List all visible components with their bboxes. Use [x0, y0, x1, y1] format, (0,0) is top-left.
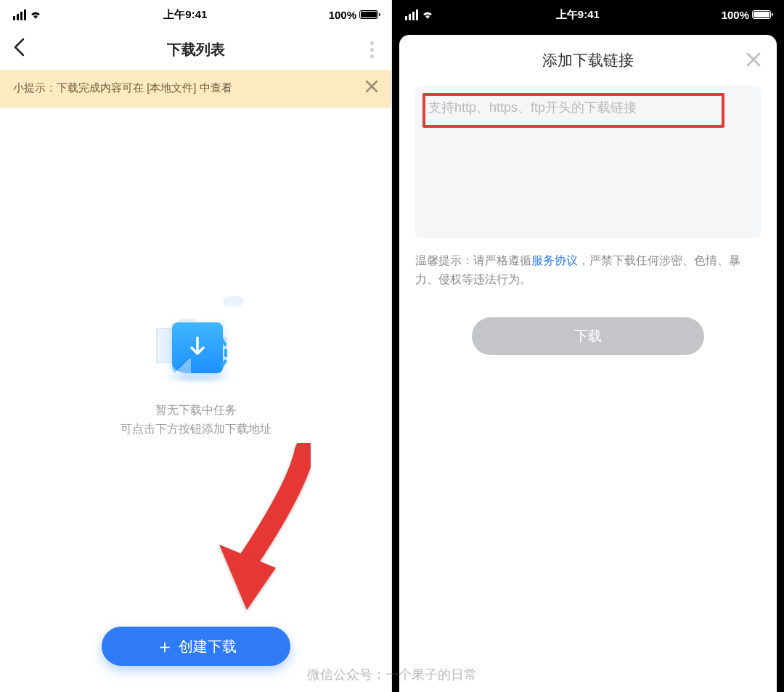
- tip-text: 小提示：下载完成内容可在 [本地文件] 中查看: [13, 81, 232, 95]
- battery-percent: 100%: [722, 9, 749, 21]
- create-download-label: 创建下载: [179, 637, 237, 656]
- empty-state: 暂无下载中任务 可点击下方按钮添加下载地址: [0, 296, 391, 438]
- sheet-header: 添加下载链接: [415, 35, 761, 86]
- battery-icon: 100%: [329, 9, 378, 21]
- status-bar: 上午9:41 100%: [0, 0, 391, 29]
- create-download-button[interactable]: ＋ 创建下载: [102, 627, 290, 666]
- page-title: 下载列表: [42, 40, 349, 60]
- chevron-left-icon: [13, 38, 25, 57]
- battery-percent: 100%: [329, 9, 356, 21]
- status-time: 上午9:41: [556, 8, 600, 22]
- tip-banner: 小提示：下载完成内容可在 [本地文件] 中查看: [0, 70, 391, 107]
- empty-line1: 暂无下载中任务: [155, 404, 237, 416]
- wifi-icon: [421, 9, 434, 20]
- arrow-down-icon: [187, 336, 208, 359]
- back-button[interactable]: [13, 38, 42, 62]
- close-icon: [365, 80, 378, 93]
- download-doc-icon: [172, 322, 223, 373]
- download-button[interactable]: 下载: [472, 317, 704, 355]
- more-button[interactable]: [349, 41, 378, 58]
- sheet-close-button[interactable]: [746, 51, 761, 71]
- tos-link[interactable]: 服务协议: [531, 254, 578, 266]
- disclaimer-text: 温馨提示：请严格遵循服务协议，严禁下载任何涉密、色情、暴力、侵权等违法行为。: [415, 251, 761, 288]
- nav-bar: 下载列表: [0, 29, 391, 70]
- battery-icon: 100%: [722, 9, 771, 21]
- url-placeholder: 支持http、https、ftp开头的下载链接: [428, 100, 637, 115]
- phone-left: 上午9:41 100% 下载列表 小提示：下载完成内容可在 [本地文件] 中查看: [0, 0, 392, 692]
- url-input[interactable]: 支持http、https、ftp开头的下载链接: [415, 86, 761, 238]
- add-link-sheet: 添加下载链接 支持http、https、ftp开头的下载链接 温馨提示：请严格遵…: [399, 35, 777, 692]
- status-bar: 上午9:41 100%: [392, 0, 784, 29]
- empty-line2: 可点击下方按钮添加下载地址: [121, 423, 271, 435]
- plus-icon: ＋: [155, 634, 174, 659]
- empty-illustration: [149, 296, 243, 383]
- signal-icon: [405, 9, 418, 20]
- signal-icon: [13, 9, 26, 20]
- annotation-arrow-icon: [189, 443, 319, 617]
- wifi-icon: [29, 9, 42, 20]
- tip-close-button[interactable]: [365, 80, 378, 97]
- sheet-title: 添加下载链接: [542, 50, 634, 70]
- close-icon: [746, 52, 761, 67]
- status-time: 上午9:41: [163, 8, 207, 22]
- phone-right: 上午9:41 100% 添加下载链接 支持http、https、ftp开头的下载…: [392, 0, 784, 692]
